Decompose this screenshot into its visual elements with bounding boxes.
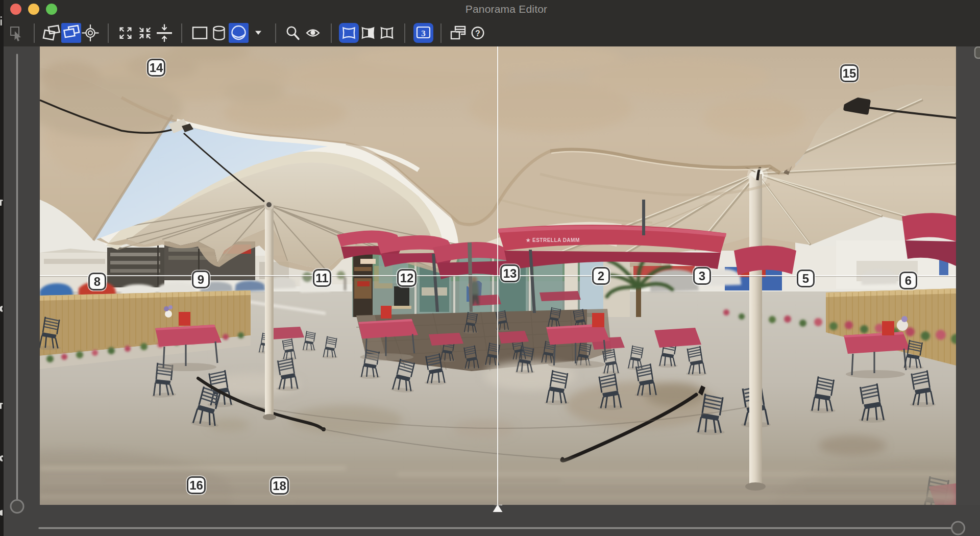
svg-text:3: 3 — [421, 29, 426, 38]
svg-text:?: ? — [475, 29, 480, 38]
svg-text:★ ESTRELLA DAMM: ★ ESTRELLA DAMM — [526, 237, 580, 243]
